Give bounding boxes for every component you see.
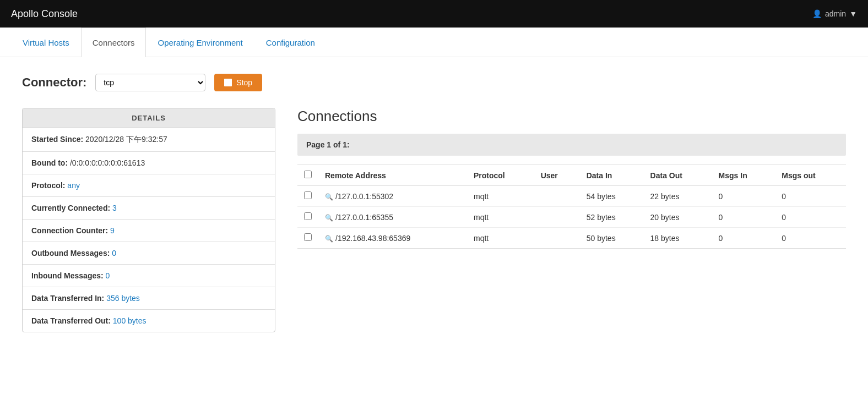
search-icon: 🔍	[325, 235, 333, 243]
row-checkbox-0[interactable]	[304, 191, 312, 199]
row-user	[534, 228, 580, 249]
username: admin	[825, 9, 846, 18]
search-icon: 🔍	[325, 214, 333, 222]
detail-key-5: Outbound Messages:	[31, 249, 112, 257]
detail-key-8: Data Transferred Out:	[31, 316, 113, 325]
navbar: Apollo Console 👤 admin ▼	[0, 0, 868, 28]
detail-connection-counter: Connection Counter: 9	[23, 220, 275, 242]
row-checkbox-1[interactable]	[304, 212, 312, 220]
connections-panel: Connections Page 1 of 1: Remote Address …	[297, 108, 846, 249]
row-user	[534, 207, 580, 228]
detail-key-2: Protocol:	[31, 181, 67, 190]
row-msgs-out: 0	[775, 186, 846, 207]
detail-val-2: any	[67, 181, 80, 190]
row-address: 🔍/127.0.0.1:55302	[318, 186, 467, 207]
detail-val-8: 100 bytes	[113, 316, 147, 325]
table-header-row: Remote Address Protocol User Data In Dat…	[297, 165, 846, 186]
row-protocol: mqtt	[467, 228, 534, 249]
stop-button[interactable]: Stop	[214, 74, 262, 91]
detail-key-4: Connection Counter:	[31, 226, 110, 235]
row-user	[534, 186, 580, 207]
row-data-in: 54 bytes	[580, 186, 644, 207]
detail-outbound-messages: Outbound Messages: 0	[23, 242, 275, 265]
detail-started-since: Started Since: 2020/12/28 下午9:32:57	[23, 128, 275, 152]
row-checkbox-cell[interactable]	[297, 186, 318, 207]
user-menu[interactable]: 👤 admin ▼	[812, 9, 857, 18]
detail-val-6: 0	[106, 271, 110, 280]
th-msgs-in: Msgs In	[712, 165, 775, 186]
user-icon: 👤	[812, 9, 822, 18]
row-address: 🔍/127.0.0.1:65355	[318, 207, 467, 228]
detail-key-3: Currently Connected:	[31, 204, 112, 212]
table-row: 🔍/127.0.0.1:55302 mqtt 54 bytes 22 bytes…	[297, 186, 846, 207]
chevron-down-icon: ▼	[849, 9, 857, 18]
row-address: 🔍/192.168.43.98:65369	[318, 228, 467, 249]
row-msgs-out: 0	[775, 228, 846, 249]
tab-connectors[interactable]: Connectors	[81, 28, 147, 57]
row-protocol: mqtt	[467, 186, 534, 207]
detail-val-4: 9	[110, 226, 115, 235]
detail-inbound-messages: Inbound Messages: 0	[23, 265, 275, 287]
detail-key-7: Data Transferred In:	[31, 294, 106, 303]
detail-val-7: 356 bytes	[106, 294, 140, 303]
row-data-in: 50 bytes	[580, 228, 644, 249]
app-title: Apollo Console	[11, 8, 78, 20]
detail-val-0: 2020/12/28 下午9:32:57	[85, 135, 167, 144]
table-row: 🔍/127.0.0.1:65355 mqtt 52 bytes 20 bytes…	[297, 207, 846, 228]
row-protocol: mqtt	[467, 207, 534, 228]
detail-data-in: Data Transferred In: 356 bytes	[23, 287, 275, 310]
th-remote-address: Remote Address	[318, 165, 467, 186]
row-msgs-in: 0	[712, 207, 775, 228]
detail-key-0: Started Since:	[31, 135, 85, 144]
detail-key-1: Bound to:	[31, 158, 70, 167]
tab-virtual-hosts[interactable]: Virtual Hosts	[11, 28, 81, 57]
table-row: 🔍/192.168.43.98:65369 mqtt 50 bytes 18 b…	[297, 228, 846, 249]
th-user: User	[534, 165, 580, 186]
detail-key-6: Inbound Messages:	[31, 271, 106, 280]
row-msgs-in: 0	[712, 228, 775, 249]
detail-val-5: 0	[112, 249, 116, 257]
detail-data-out: Data Transferred Out: 100 bytes	[23, 310, 275, 332]
detail-val-3: 3	[112, 204, 117, 212]
connections-title: Connections	[297, 108, 846, 125]
row-msgs-out: 0	[775, 207, 846, 228]
stop-label: Stop	[236, 78, 252, 87]
search-icon: 🔍	[325, 193, 333, 201]
row-checkbox-cell[interactable]	[297, 228, 318, 249]
main-content: Connector: tcp ssl ws wss Stop DETAILS S…	[0, 57, 868, 349]
th-checkbox	[297, 165, 318, 186]
row-data-out: 22 bytes	[644, 186, 712, 207]
tab-bar: Virtual Hosts Connectors Operating Envir…	[0, 28, 868, 57]
row-checkbox-cell[interactable]	[297, 207, 318, 228]
stop-icon	[224, 79, 232, 86]
tab-operating-environment[interactable]: Operating Environment	[146, 28, 254, 57]
connector-row: Connector: tcp ssl ws wss Stop	[22, 74, 846, 91]
connector-label: Connector:	[22, 75, 86, 90]
select-all-checkbox[interactable]	[304, 171, 312, 178]
connections-table: Remote Address Protocol User Data In Dat…	[297, 165, 846, 249]
detail-protocol: Protocol: any	[23, 174, 275, 197]
connector-select[interactable]: tcp ssl ws wss	[95, 74, 205, 91]
page-info-bar: Page 1 of 1:	[297, 134, 846, 156]
th-protocol: Protocol	[467, 165, 534, 186]
th-data-in: Data In	[580, 165, 644, 186]
content-grid: DETAILS Started Since: 2020/12/28 下午9:32…	[22, 108, 846, 332]
detail-currently-connected: Currently Connected: 3	[23, 197, 275, 220]
row-checkbox-2[interactable]	[304, 233, 312, 241]
row-data-in: 52 bytes	[580, 207, 644, 228]
detail-val-1: /0:0:0:0:0:0:0:0:61613	[70, 158, 145, 167]
row-data-out: 18 bytes	[644, 228, 712, 249]
th-msgs-out: Msgs out	[775, 165, 846, 186]
row-msgs-in: 0	[712, 186, 775, 207]
th-data-out: Data Out	[644, 165, 712, 186]
details-header: DETAILS	[23, 108, 275, 128]
tab-configuration[interactable]: Configuration	[254, 28, 327, 57]
detail-bound-to: Bound to: /0:0:0:0:0:0:0:0:61613	[23, 152, 275, 174]
details-panel: DETAILS Started Since: 2020/12/28 下午9:32…	[22, 108, 275, 332]
row-data-out: 20 bytes	[644, 207, 712, 228]
